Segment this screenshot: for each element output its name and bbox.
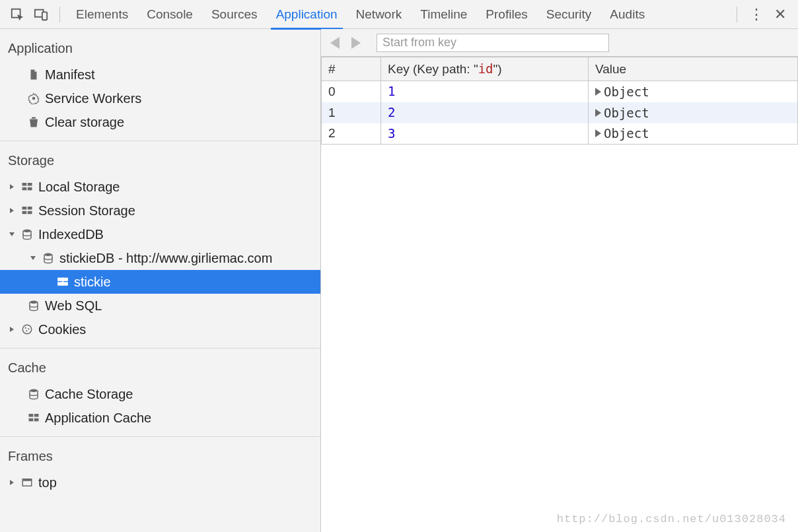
sidebar-item-indexeddb-database[interactable]: stickieDB - http://www.girliemac.com xyxy=(0,246,320,270)
sidebar-item-session-storage[interactable]: Session Storage xyxy=(0,199,320,222)
svg-point-26 xyxy=(26,330,27,331)
value-object-label: Object xyxy=(604,106,649,120)
expand-object-icon[interactable] xyxy=(595,109,601,117)
tab-elements[interactable]: Elements xyxy=(67,0,137,29)
sidebar-item-local-storage[interactable]: Local Storage xyxy=(0,175,320,199)
sidebar-item-label: stickieDB - http://www.girliemac.com xyxy=(59,251,272,266)
sidebar-item-indexeddb[interactable]: IndexedDB xyxy=(0,222,320,246)
svg-point-23 xyxy=(22,325,32,334)
trash-icon xyxy=(26,115,41,129)
table-icon xyxy=(26,411,41,425)
sidebar-item-indexeddb-store[interactable]: stickie xyxy=(0,270,320,294)
indexeddb-data-table: # Key (Key path: "id") Value 01Object12O… xyxy=(321,57,798,145)
svg-point-15 xyxy=(23,230,31,233)
collapse-arrow-icon[interactable] xyxy=(8,230,16,238)
cell-value[interactable]: Object xyxy=(589,102,798,123)
cell-value[interactable]: Object xyxy=(589,123,798,145)
cell-key: 1 xyxy=(381,81,589,102)
tab-application[interactable]: Application xyxy=(267,0,347,29)
sidebar-item-label: Session Storage xyxy=(38,203,135,218)
svg-point-17 xyxy=(44,253,52,257)
svg-marker-14 xyxy=(9,232,15,236)
device-toolbar-icon[interactable] xyxy=(32,5,50,24)
close-icon[interactable]: ✕ xyxy=(768,6,793,23)
cookie-icon xyxy=(20,322,34,337)
indexeddb-toolbar xyxy=(321,29,798,57)
sidebar-item-label: Web SQL xyxy=(45,298,102,314)
expand-object-icon[interactable] xyxy=(595,129,601,137)
svg-rect-13 xyxy=(26,207,28,214)
key-path-id: id xyxy=(478,61,493,76)
value-object-label: Object xyxy=(604,126,649,141)
inspect-icon[interactable] xyxy=(8,5,26,24)
cell-value[interactable]: Object xyxy=(589,81,798,102)
cell-key: 2 xyxy=(381,102,589,123)
collapse-arrow-icon[interactable] xyxy=(29,254,37,262)
svg-point-4 xyxy=(32,97,36,100)
start-from-key-input[interactable] xyxy=(377,34,609,52)
sidebar-item-application-cache[interactable]: Application Cache xyxy=(0,406,320,430)
svg-rect-9 xyxy=(26,183,28,190)
expand-object-icon[interactable] xyxy=(595,88,601,96)
indexeddb-content: # Key (Key path: "id") Value 01Object12O… xyxy=(321,29,798,532)
table-row[interactable]: 23Object xyxy=(322,123,798,145)
more-options-icon[interactable]: ⋮ xyxy=(746,5,765,24)
tab-sources[interactable]: Sources xyxy=(202,0,267,29)
section-title-frames: Frames xyxy=(0,437,320,471)
sidebar-item-label: stickie xyxy=(74,275,111,290)
application-sidebar: Application Manifest Service Workers Cle… xyxy=(0,29,321,532)
column-header-value[interactable]: Value xyxy=(589,57,798,81)
svg-rect-20 xyxy=(62,278,63,285)
sidebar-item-service-workers[interactable]: Service Workers xyxy=(0,86,320,110)
table-icon xyxy=(20,203,34,218)
svg-rect-3 xyxy=(42,12,47,20)
sidebar-item-label: Application Cache xyxy=(45,411,151,426)
svg-rect-5 xyxy=(32,117,36,119)
svg-point-25 xyxy=(28,328,29,329)
section-title-storage: Storage xyxy=(0,141,320,175)
sidebar-item-cookies[interactable]: Cookies xyxy=(0,317,320,341)
svg-marker-6 xyxy=(10,184,14,189)
sidebar-item-frame-top[interactable]: top xyxy=(0,471,320,494)
main-split: Application Manifest Service Workers Cle… xyxy=(0,29,798,532)
file-icon xyxy=(26,67,41,82)
expand-arrow-icon[interactable] xyxy=(8,479,16,486)
table-icon xyxy=(55,275,70,289)
watermark-text: http://blog.csdn.net/u013028034 xyxy=(557,513,786,525)
next-page-icon[interactable] xyxy=(351,37,361,49)
expand-arrow-icon[interactable] xyxy=(8,325,16,333)
expand-arrow-icon[interactable] xyxy=(8,207,16,215)
expand-arrow-icon[interactable] xyxy=(8,183,16,191)
sidebar-item-cache-storage[interactable]: Cache Storage xyxy=(0,382,320,406)
svg-rect-33 xyxy=(22,479,32,481)
sidebar-item-clear-storage[interactable]: Clear storage xyxy=(0,110,320,134)
svg-marker-22 xyxy=(10,327,14,332)
sidebar-item-websql[interactable]: Web SQL xyxy=(0,294,320,317)
svg-marker-10 xyxy=(10,208,14,213)
sidebar-item-label: Cache Storage xyxy=(45,387,133,402)
previous-page-icon[interactable] xyxy=(330,37,340,49)
table-row[interactable]: 01Object xyxy=(322,81,798,102)
table-row[interactable]: 12Object xyxy=(322,102,798,123)
sidebar-item-label: Service Workers xyxy=(45,91,141,106)
column-header-index[interactable]: # xyxy=(322,57,381,81)
sidebar-item-label: Clear storage xyxy=(45,115,124,130)
tab-network[interactable]: Network xyxy=(347,0,412,29)
column-header-key[interactable]: Key (Key path: "id") xyxy=(381,57,589,81)
svg-marker-16 xyxy=(30,256,36,260)
devtools-toolbar: Elements Console Sources Application Net… xyxy=(0,0,798,29)
frame-icon xyxy=(20,475,34,490)
panel-tabs: Elements Console Sources Application Net… xyxy=(67,0,654,28)
gear-icon xyxy=(26,91,41,106)
sidebar-item-label: Local Storage xyxy=(38,180,120,195)
tab-console[interactable]: Console xyxy=(137,0,202,29)
table-icon xyxy=(20,180,34,194)
sidebar-item-manifest[interactable]: Manifest xyxy=(0,63,320,86)
tab-timeline[interactable]: Timeline xyxy=(411,0,476,29)
cell-index: 0 xyxy=(322,81,381,102)
tab-audits[interactable]: Audits xyxy=(600,0,654,29)
sidebar-item-label: top xyxy=(38,475,57,490)
tab-profiles[interactable]: Profiles xyxy=(476,0,536,29)
tab-security[interactable]: Security xyxy=(537,0,601,29)
section-title-application: Application xyxy=(0,29,320,63)
